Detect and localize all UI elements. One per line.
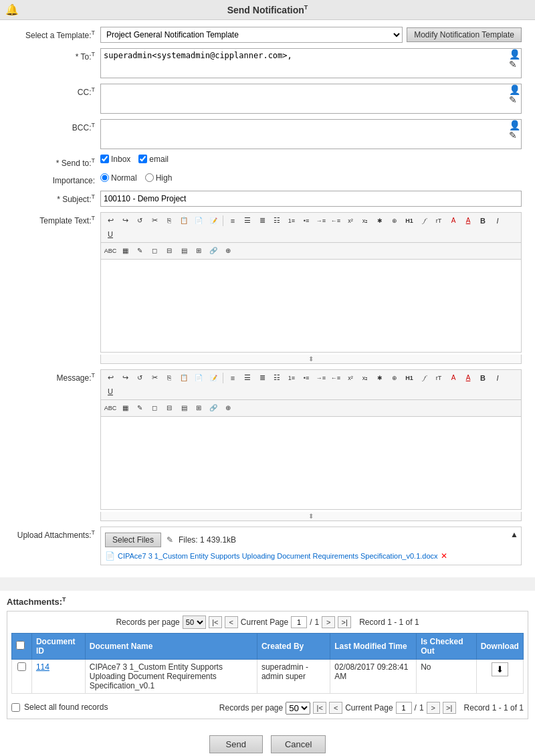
page-number-bottom[interactable] [396,702,412,714]
high-radio-label[interactable]: High [145,173,173,183]
toolbar-lines[interactable]: ⊟ [163,245,176,257]
msg-toolbar-outdent[interactable]: ←≡ [329,372,342,384]
bcc-edit-icon[interactable]: ✎ [509,130,520,140]
toolbar-align-center[interactable]: ☰ [241,215,254,227]
msg-toolbar-plus[interactable]: ⊕ [221,402,235,414]
toolbar-indent[interactable]: →≡ [314,215,328,227]
email-checkbox[interactable] [138,155,147,163]
toolbar-superscript[interactable]: x² [344,215,357,227]
message-editor-area[interactable] [100,416,522,510]
msg-toolbar-box[interactable]: ▤ [177,402,191,414]
toolbar-box[interactable]: ▤ [177,245,191,257]
msg-toolbar-superscript[interactable]: x² [344,372,357,384]
toolbar-font[interactable]: 𝑓 [417,215,431,227]
page-last-bottom[interactable]: >| [443,702,456,714]
page-prev-bottom[interactable]: < [329,702,342,714]
page-prev-top[interactable]: < [225,616,238,628]
records-per-page-bottom[interactable]: 50 [286,702,310,715]
msg-toolbar-font[interactable]: 𝑓 [417,372,431,384]
msg-toolbar-align-right[interactable]: ≣ [255,372,269,384]
toolbar-italic[interactable]: I [491,215,504,227]
toolbar-rt[interactable]: rT [432,215,445,227]
toolbar-copy[interactable]: ⎘ [163,215,176,227]
records-per-page-top[interactable]: 50 [183,616,206,629]
msg-toolbar-justify[interactable]: ☷ [270,372,284,384]
template-select[interactable]: Project General Notification Template [100,27,403,43]
msg-toolbar-underline[interactable]: U [104,385,117,397]
toolbar-table[interactable]: ▦ [118,245,132,257]
toolbar-ul[interactable]: •≡ [300,215,313,227]
page-next-top[interactable]: > [322,616,335,628]
msg-toolbar-copy[interactable]: ⎘ [163,372,176,384]
inbox-checkbox[interactable] [100,155,109,163]
to-edit-icon[interactable]: ✎ [509,60,520,69]
toolbar-plus[interactable]: ⊕ [221,245,235,257]
toolbar-outdent[interactable]: ←≡ [329,215,342,227]
msg-toolbar-bold[interactable]: B [476,372,490,384]
toolbar-pencil[interactable]: ✎ [133,245,146,257]
toolbar-undo[interactable]: ↩ [104,215,117,227]
msg-toolbar-redo[interactable]: ↪ [118,372,132,384]
msg-toolbar-align-center[interactable]: ☰ [241,372,254,384]
msg-toolbar-h1[interactable]: H1 [403,372,416,384]
msg-toolbar-ul[interactable]: •≡ [300,372,313,384]
toolbar-bold[interactable]: B [476,215,490,227]
bcc-input[interactable] [100,119,522,149]
page-next-bottom[interactable]: > [427,702,440,714]
msg-toolbar-pencil[interactable]: ✎ [133,402,146,414]
toolbar-redo[interactable]: ↪ [118,215,132,227]
toolbar-font-color[interactable]: A [447,215,460,227]
toolbar-cut[interactable]: ✂ [148,215,161,227]
select-files-button[interactable]: Select Files [105,533,161,547]
msg-toolbar-special1[interactable]: ✱ [373,372,387,384]
msg-toolbar-link[interactable]: 🔗 [207,402,220,414]
row-checkbox-0[interactable] [17,662,26,671]
toolbar-subscript[interactable]: x₂ [358,215,372,227]
doc-id-link-0[interactable]: 114 [36,662,49,672]
msg-toolbar-italic[interactable]: I [491,372,504,384]
toolbar-align-right[interactable]: ≣ [255,215,269,227]
toolbar-refresh[interactable]: ↺ [133,215,146,227]
modify-template-button[interactable]: Modify Notification Template [407,27,522,42]
cc-input[interactable] [100,84,522,114]
toolbar-highlight[interactable]: A [461,215,475,227]
toolbar-paste-word[interactable]: 📝 [207,215,220,227]
toolbar-align-left[interactable]: ≡ [226,215,239,227]
msg-toolbar-undo[interactable]: ↩ [104,372,117,384]
bcc-user-icon[interactable]: 👤 [509,120,520,130]
page-number-top[interactable] [291,616,307,628]
msg-toolbar-ol[interactable]: 1≡ [285,372,298,384]
toolbar-h1[interactable]: H1 [403,215,416,227]
msg-toolbar-grid[interactable]: ⊞ [192,402,205,414]
toolbar-ol[interactable]: 1≡ [285,215,298,227]
file-remove-btn[interactable]: ✕ [441,551,447,561]
select-all-checkbox-header[interactable] [16,641,25,650]
msg-toolbar-special2[interactable]: ⊕ [388,372,401,384]
msg-toolbar-spell[interactable]: ABC [104,402,117,414]
toolbar-link[interactable]: 🔗 [207,245,220,257]
cancel-button[interactable]: Cancel [271,735,326,753]
normal-radio[interactable] [100,173,109,182]
toolbar-justify[interactable]: ☷ [270,215,284,227]
template-text-editor-area[interactable] [100,259,522,353]
message-resize[interactable]: ⬍ [100,512,522,521]
toolbar-spell[interactable]: ABC [104,245,117,257]
msg-toolbar-paste-text[interactable]: 📄 [192,372,205,384]
to-user-icon[interactable]: 👤 [509,50,520,59]
msg-toolbar-align-left[interactable]: ≡ [226,372,239,384]
normal-radio-label[interactable]: Normal [100,173,137,183]
msg-toolbar-highlight[interactable]: A [461,372,475,384]
download-btn-0[interactable]: ⬇ [492,662,508,676]
to-input[interactable]: superadmin<systemadmin@cipplanner.com>, [100,48,522,78]
inbox-checkbox-label[interactable]: Inbox [100,155,130,164]
msg-toolbar-cut[interactable]: ✂ [148,372,161,384]
msg-toolbar-square[interactable]: ◻ [148,402,161,414]
msg-toolbar-rt[interactable]: rT [432,372,445,384]
upload-scroll-icon[interactable]: ▲ [510,530,518,539]
subject-input[interactable] [100,191,522,207]
toolbar-special2[interactable]: ⊕ [388,215,401,227]
toolbar-square[interactable]: ◻ [148,245,161,257]
msg-toolbar-lines[interactable]: ⊟ [163,402,176,414]
send-button[interactable]: Send [209,735,263,753]
page-first-bottom[interactable]: |< [313,702,326,714]
